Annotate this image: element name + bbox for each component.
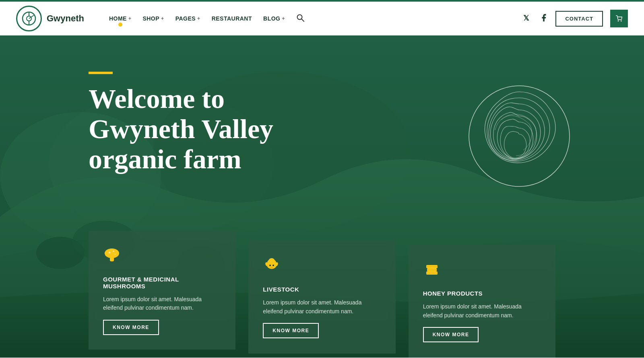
nav-right: 𝕏 CONTACT [523,10,628,27]
facebook-icon[interactable] [539,13,548,24]
card-desc-mushrooms: Lorem ipsum dolor sit amet. Malesuada el… [103,295,221,312]
svg-text:𝕏: 𝕏 [523,14,529,22]
nav-item-restaurant[interactable]: RESTAURANT [206,12,258,25]
feature-cards-row: GOURMET & MEDICINAL MUSHROOMS Lorem ipsu… [0,231,644,358]
cart-button[interactable] [610,10,628,27]
livestock-icon [263,255,381,277]
honey-icon [423,259,541,281]
card-title-livestock: LIVESTOCK [263,286,381,293]
card-title-honey: HONEY PRODUCTS [423,290,541,297]
search-icon[interactable] [291,10,310,27]
svg-line-6 [301,19,304,21]
logo-link[interactable]: Gwyneth [16,6,84,31]
card-title-mushrooms: GOURMET & MEDICINAL MUSHROOMS [103,276,221,290]
nav-item-home[interactable]: HOME + [103,12,137,25]
feature-card-honey: HONEY PRODUCTS Lorem ipsum dolor sit ame… [409,245,555,358]
svg-point-22 [113,250,114,252]
svg-rect-20 [110,257,114,261]
nav-item-blog[interactable]: BLOG + [258,12,291,25]
svg-point-19 [105,248,119,258]
twitter-icon[interactable]: 𝕏 [523,13,532,24]
svg-point-23 [115,253,116,255]
svg-point-21 [109,251,111,253]
svg-point-8 [618,21,618,21]
know-more-livestock[interactable]: KNOW MORE [263,323,319,338]
topo-decoration [467,84,572,188]
svg-point-18 [469,86,570,186]
svg-point-29 [272,265,274,266]
svg-point-27 [268,258,275,265]
main-nav: HOME + SHOP + PAGES + RESTAURANT BLOG + [103,10,524,27]
mushroom-icon [103,245,221,267]
know-more-honey[interactable]: KNOW MORE [423,327,479,342]
hero-section: Welcome to Gwyneth Valley organic farm [0,35,644,358]
card-desc-livestock: Lorem ipsum dolor sit amet. Malesuada el… [263,298,381,316]
feature-card-livestock: LIVESTOCK Lorem ipsum dolor sit amet. Ma… [248,241,395,354]
feature-card-mushrooms: GOURMET & MEDICINAL MUSHROOMS Lorem ipsu… [89,231,235,350]
site-name: Gwyneth [47,13,84,24]
svg-point-28 [269,265,271,266]
contact-button[interactable]: CONTACT [555,11,603,27]
header: Gwyneth HOME + SHOP + PAGES + RESTAURANT… [0,0,644,35]
nav-item-shop[interactable]: SHOP + [137,12,169,25]
accent-bar [89,72,113,74]
hero-title: Welcome to Gwyneth Valley organic farm [89,84,354,174]
svg-point-9 [621,21,621,21]
svg-point-30 [270,267,273,268]
know-more-mushrooms[interactable]: KNOW MORE [103,320,159,335]
card-desc-honey: Lorem ipsum dolor sit amet. Malesuada el… [423,302,541,320]
logo-icon [16,6,42,31]
nav-item-pages[interactable]: PAGES + [170,12,206,25]
